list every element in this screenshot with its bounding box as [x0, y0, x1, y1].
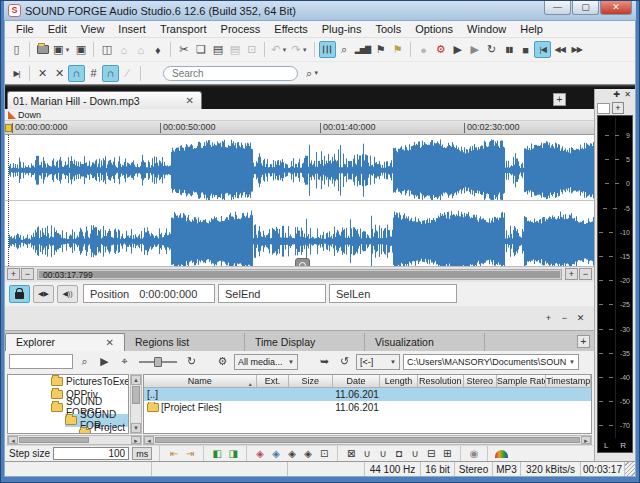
maximize-button[interactable]: ▢	[572, 1, 599, 15]
channel-meters-button[interactable]: ☰	[319, 41, 336, 58]
waveform-view[interactable]	[5, 135, 594, 266]
explorer-find-button[interactable]: ⌕	[76, 353, 93, 370]
record-button[interactable]: ●	[415, 41, 432, 58]
tag-tool-button[interactable]: ♦	[149, 41, 166, 58]
document-tab[interactable]: 01. Marian Hill - Down.mp3 ✕	[7, 91, 202, 109]
open-icon[interactable]	[34, 41, 51, 58]
column-header-resolution[interactable]: Resolution	[418, 375, 464, 388]
insert-marker-button[interactable]: ⚑	[372, 41, 389, 58]
time-ruler[interactable]: 00:00:00:00000:00:50:00000:01:40:00000:0…	[5, 121, 594, 135]
cut-button[interactable]: ✂	[175, 41, 192, 58]
insert-region-button[interactable]: ⚑	[389, 41, 406, 58]
column-header-date[interactable]: Date	[333, 375, 381, 388]
dock-close-button[interactable]: ✕	[575, 313, 586, 323]
burn-disc-button[interactable]: ⌂	[115, 41, 132, 58]
tree-hscroll-thumb[interactable]	[19, 437, 89, 443]
file-list-row[interactable]: [..]11.06.201...	[144, 388, 591, 401]
publish-button[interactable]: ⌂	[132, 41, 149, 58]
find-button[interactable]: ⌕▼	[304, 65, 321, 82]
auto-preview-button[interactable]: ⌖	[116, 353, 133, 370]
next-event-button[interactable]: ⇥	[183, 447, 197, 460]
meter-close-icon[interactable]: ✕	[624, 90, 631, 101]
go-to-end-button[interactable]: ▶|	[8, 65, 25, 82]
media-filter-combo[interactable]: All media...▼	[234, 354, 298, 370]
zoom-out-button[interactable]: −	[21, 268, 34, 280]
mix-tool-button[interactable]: ✕	[34, 65, 51, 82]
column-header-timestamp[interactable]: Timestamp	[546, 375, 591, 388]
column-header-samplerate[interactable]: Sample Rate	[497, 375, 547, 388]
explorer-filter-input[interactable]	[9, 354, 73, 369]
dock-tab-visualization[interactable]: Visualization	[365, 333, 485, 351]
column-header-length[interactable]: Length	[380, 375, 417, 388]
menu-edit[interactable]: Edit	[41, 22, 74, 36]
record-options-button[interactable]: ⚙	[432, 41, 449, 58]
path-combo-arrow-icon[interactable]: ▼	[569, 359, 575, 365]
snap-to-markers-button[interactable]: ∩	[102, 65, 119, 82]
play-button[interactable]: ▶	[449, 41, 466, 58]
event-join-button[interactable]: ∪	[408, 447, 422, 460]
spectrum-rainbow-icon[interactable]	[494, 447, 508, 460]
rewind-button[interactable]: ◀◀	[551, 41, 568, 58]
prev-event-button[interactable]: ⇤	[167, 447, 181, 460]
nudge-step-button[interactable]: ⊡	[317, 447, 331, 460]
new-file-button[interactable]: ▯	[8, 41, 25, 58]
menu-insert[interactable]: Insert	[111, 22, 153, 36]
refresh-button[interactable]: ↺	[336, 353, 353, 370]
scroll-left-arrow[interactable]: ◄	[8, 436, 18, 444]
menu-view[interactable]: View	[74, 22, 112, 36]
dock-add-button[interactable]: +	[543, 313, 554, 323]
file-list-row[interactable]: [Project Files]11.06.201...	[144, 401, 591, 414]
menu-tools[interactable]: Tools	[368, 22, 408, 36]
zoom-in-button-right[interactable]: +	[565, 268, 578, 280]
scroll-right-arrow[interactable]: ►	[131, 436, 141, 444]
snap-to-grid-button[interactable]: #	[85, 65, 102, 82]
scroll-up-arrow[interactable]: ▲	[131, 375, 141, 385]
extract-audio-button[interactable]: ◫	[98, 41, 115, 58]
tree-item[interactable]: PicturesToExe	[8, 375, 128, 388]
list-horizontal-scrollbar[interactable]: ◄ ►	[143, 435, 592, 445]
zoom-in-button[interactable]: +	[7, 268, 20, 280]
event-fill-button[interactable]: ◘	[392, 447, 406, 460]
burn-cd-button[interactable]: ◉	[467, 447, 481, 460]
position-field[interactable]: Position 0:00:00:000	[83, 284, 215, 303]
path-combo[interactable]: C:\Users\MANSORY\Documents\SOUND F▼	[403, 354, 579, 370]
meter-add-button[interactable]: +	[612, 102, 624, 114]
dock-tab-regions-list[interactable]: Regions list	[125, 333, 245, 351]
edit-tool-button[interactable]: ◀▶	[33, 285, 54, 303]
tree-vertical-scrollbar[interactable]: ▲ ▼	[130, 374, 142, 435]
nudge-in-button[interactable]: ◈	[285, 447, 299, 460]
sellen-field[interactable]: SelLen	[329, 284, 457, 303]
event-grow-button[interactable]: ⊞	[440, 447, 454, 460]
copy-button[interactable]: ❏	[192, 41, 209, 58]
paste-button[interactable]: ▤	[209, 41, 226, 58]
nudge-left-right-button[interactable]: ◈	[253, 447, 267, 460]
menu-help[interactable]: Help	[513, 22, 550, 36]
event-split-1-button[interactable]: ∪	[360, 447, 374, 460]
play-plugin-chain-button[interactable]: ▶	[466, 41, 483, 58]
step-size-input[interactable]: 100	[53, 447, 129, 460]
explorer-play-button[interactable]: ▶	[96, 353, 113, 370]
crossfade-tool-button[interactable]: ✕	[51, 65, 68, 82]
stop-button[interactable]: ■	[517, 41, 534, 58]
selend-field[interactable]: SelEnd	[218, 284, 326, 303]
title-bar[interactable]: S SOUND FORGE Audio Studio.6 12.6 (Build…	[4, 1, 636, 20]
tree-item[interactable]: Project Files	[8, 427, 128, 435]
minimize-button[interactable]: —	[544, 1, 571, 15]
go-to-start-button[interactable]: |◀	[534, 41, 551, 58]
ruler-origin-marker[interactable]	[5, 124, 12, 132]
marker-flag-icon[interactable]	[8, 111, 16, 119]
close-button[interactable]: ✕	[600, 1, 632, 15]
redo-button[interactable]: ↷▼	[290, 41, 310, 58]
marker-row[interactable]: Down	[5, 109, 594, 121]
list-hscroll-thumb[interactable]	[155, 437, 580, 443]
scroll-down-arrow[interactable]: ▼	[131, 423, 141, 433]
save-button[interactable]: ▣▼	[51, 41, 72, 58]
dock-tab-close-icon[interactable]: ✕	[106, 337, 114, 348]
preview-speaker-button[interactable]: ◀))	[57, 285, 78, 303]
save-all-button[interactable]: ▣	[72, 41, 89, 58]
explorer-settings-button[interactable]: ⚙	[214, 353, 231, 370]
dock-tab-add-button[interactable]: +	[577, 335, 590, 348]
event-split-2-button[interactable]: ∪	[376, 447, 390, 460]
menu-options[interactable]: Options	[408, 22, 460, 36]
region-start-button[interactable]: ◧	[210, 447, 224, 460]
